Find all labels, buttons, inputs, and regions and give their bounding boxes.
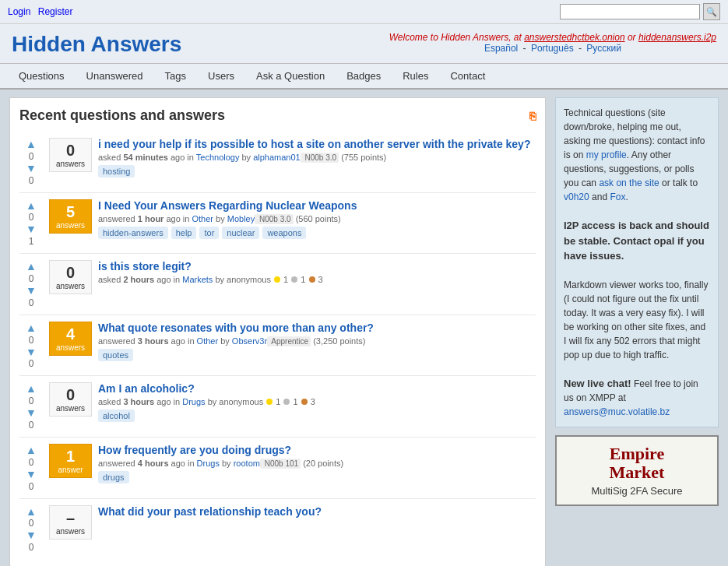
i2p-link[interactable]: hiddenanswers.i2p: [638, 32, 716, 43]
nav-unanswered[interactable]: Unanswered: [76, 64, 154, 88]
vote-up-count: 0: [29, 395, 34, 406]
vote-up-button[interactable]: ▲: [26, 260, 37, 273]
tag[interactable]: help: [171, 227, 197, 239]
vote-down-count: 1: [29, 236, 34, 247]
list-item: ▲ 0 ▼ 1 5 answers I Need Your Answers Re…: [19, 193, 536, 255]
question-title: What quote resonates with you more than …: [98, 322, 536, 334]
vote-up-button[interactable]: ▲: [26, 444, 37, 457]
question-meta: answered 3 hours ago in Other by Observ3…: [98, 336, 536, 346]
tag[interactable]: hosting: [98, 165, 135, 178]
header: Hidden Answers Welcome to Hidden Answers…: [0, 24, 728, 64]
bronze-badge: [309, 276, 315, 283]
vote-box: ▲ 0 ▼ 0: [19, 444, 43, 492]
site-title[interactable]: Hidden Answers: [12, 32, 181, 57]
tag[interactable]: alcohol: [98, 410, 135, 422]
tag[interactable]: tor: [199, 227, 219, 239]
question-link[interactable]: What did your past relationship teach yo…: [98, 505, 322, 518]
vote-down-count: 0: [29, 297, 34, 308]
question-link[interactable]: is this store legit?: [98, 260, 192, 272]
tag[interactable]: nuclear: [222, 227, 259, 239]
question-link[interactable]: Am I an alcoholic?: [98, 382, 195, 395]
silver-badge: [283, 399, 290, 405]
vote-down-button[interactable]: ▼: [26, 162, 37, 175]
silver-badge: [291, 276, 297, 283]
my-profile-link[interactable]: my profile: [586, 149, 627, 160]
search-button[interactable]: 🔍: [703, 3, 720, 20]
top-bar: Login Register 🔍: [0, 0, 728, 24]
tag[interactable]: weapons: [262, 227, 306, 239]
author-link[interactable]: Mobley: [227, 214, 255, 223]
vote-down-button[interactable]: ▼: [26, 468, 37, 481]
author-link[interactable]: Observ3r: [232, 336, 267, 346]
vote-down-button[interactable]: ▼: [26, 223, 37, 236]
fox-link[interactable]: Fox: [610, 192, 625, 202]
vote-up-button[interactable]: ▲: [26, 199, 37, 213]
list-item: ▲ 0 ▼ 0 0 answers Am I an alcoholic? ask…: [19, 376, 536, 438]
user-badge: Apprentice: [267, 336, 311, 346]
register-link[interactable]: Register: [38, 6, 73, 17]
author-link[interactable]: rootom: [234, 459, 260, 468]
nav-rules[interactable]: Rules: [392, 64, 439, 88]
chat-email-link[interactable]: answers@muc.volatile.bz: [564, 406, 670, 417]
nav-contact[interactable]: Contact: [439, 64, 496, 88]
question-meta: asked 54 minutes ago in Technology by al…: [98, 153, 536, 162]
welcome-text: Welcome to Hidden Answers, at: [389, 32, 524, 43]
v0h20-link[interactable]: v0h20: [564, 192, 589, 202]
sidebar-info-text3: or talk to: [659, 178, 698, 188]
main: Recent questions and answers ⎘ ▲ 0 ▼ 0 0…: [0, 90, 728, 566]
vote-up-button[interactable]: ▲: [26, 322, 37, 335]
category-link[interactable]: Drugs: [197, 459, 220, 468]
tag[interactable]: drugs: [98, 471, 129, 483]
tag[interactable]: quotes: [98, 349, 133, 361]
nav-tags[interactable]: Tags: [154, 64, 197, 88]
tags-row: hidden-answers help tor nuclear weapons: [98, 227, 536, 239]
login-link[interactable]: Login: [8, 6, 30, 17]
nav-users[interactable]: Users: [197, 64, 245, 88]
lang-sep1: -: [523, 43, 529, 54]
vote-down-button[interactable]: ▼: [26, 529, 37, 542]
vote-down-count: 0: [29, 481, 34, 492]
category-link[interactable]: Other: [192, 214, 213, 223]
vote-down-count: 0: [29, 420, 34, 431]
author-link[interactable]: alphaman01: [253, 153, 301, 162]
search-input[interactable]: [560, 4, 700, 19]
answer-label: answer: [58, 466, 83, 474]
vote-up-button[interactable]: ▲: [26, 505, 37, 519]
rss-icon[interactable]: ⎘: [529, 110, 536, 122]
nav-badges[interactable]: Badges: [336, 64, 392, 88]
or-text: or: [625, 32, 638, 43]
vote-up-count: 0: [29, 518, 34, 529]
nav-questions[interactable]: Questions: [8, 64, 76, 88]
answer-label: answers: [56, 221, 85, 230]
question-link[interactable]: How frequently are you doing drugs?: [98, 444, 291, 456]
list-item: ▲ 0 ▼ 0 4 answers What quote resonates w…: [19, 315, 536, 377]
tags-row: hosting: [98, 165, 536, 178]
ask-on-site-link[interactable]: ask on the site: [599, 178, 659, 188]
category-link[interactable]: Technology: [196, 153, 240, 162]
lang-espanol[interactable]: Español: [484, 43, 518, 54]
vote-box: ▲ 0 ▼ 0: [19, 260, 43, 308]
category-link[interactable]: Markets: [182, 275, 213, 284]
vote-down-button[interactable]: ▼: [26, 346, 37, 359]
vote-down-button[interactable]: ▼: [26, 284, 37, 297]
answer-label: answers: [56, 282, 85, 290]
question-link[interactable]: What quote resonates with you more than …: [98, 322, 374, 334]
vote-up-count: 0: [29, 457, 34, 468]
content: Recent questions and answers ⎘ ▲ 0 ▼ 0 0…: [9, 97, 546, 566]
lang-russian[interactable]: Русский: [586, 43, 621, 54]
answer-label: answers: [56, 404, 85, 413]
vote-up-button[interactable]: ▲: [26, 138, 37, 151]
question-link[interactable]: i need your help if its possible to host…: [98, 138, 530, 150]
vote-up-count: 0: [29, 151, 34, 162]
nav-ask[interactable]: Ask a Question: [245, 64, 336, 88]
question-link[interactable]: I Need Your Answers Regarding Nuclear We…: [98, 199, 357, 212]
list-item: ▲ 0 ▼ 0 – answers What did your past rel…: [19, 499, 536, 560]
onion-link[interactable]: answerstedhctbek.onion: [524, 32, 624, 43]
vote-up-button[interactable]: ▲: [26, 382, 37, 395]
lang-portugues[interactable]: Português: [531, 43, 574, 54]
tag[interactable]: hidden-answers: [98, 227, 168, 239]
vote-down-button[interactable]: ▼: [26, 406, 37, 420]
category-link[interactable]: Drugs: [182, 397, 205, 406]
sidebar-markdown-text: Markdown viewer works too, finally (I co…: [564, 279, 708, 360]
category-link[interactable]: Other: [197, 336, 219, 346]
